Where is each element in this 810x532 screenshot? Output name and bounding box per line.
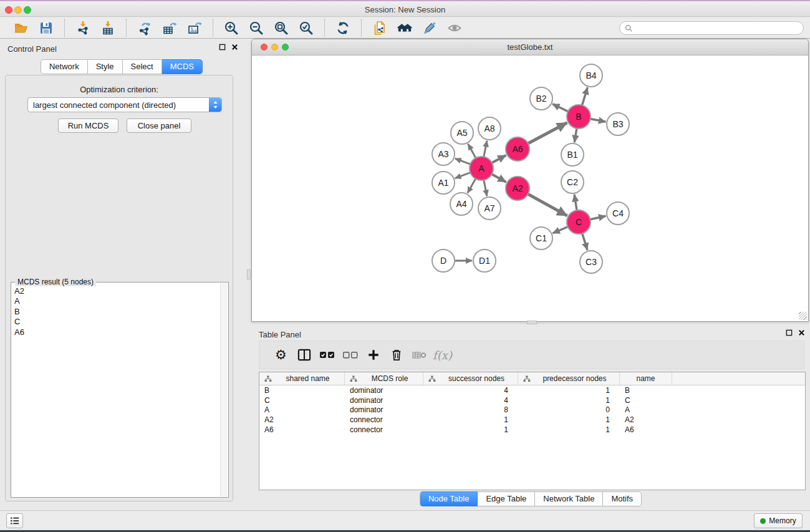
table-cell[interactable]: B — [259, 386, 345, 395]
table-import-icon[interactable] — [99, 19, 117, 37]
graph-node-label: A3 — [438, 149, 448, 159]
criterion-value: largest connected component (directed) — [28, 100, 209, 110]
tab-mcds[interactable]: MCDS — [162, 59, 203, 74]
table-row[interactable]: A2connector11A2 — [259, 415, 805, 425]
network-export-icon[interactable] — [135, 19, 154, 37]
unchecked-boxes-icon[interactable] — [339, 344, 362, 366]
table-cell[interactable]: 1 — [518, 425, 620, 434]
window-title: Session: New Session — [0, 5, 810, 14]
table-cell[interactable]: 4 — [423, 386, 518, 395]
vertical-splitter-handle[interactable] — [247, 269, 251, 279]
table-cell[interactable]: dominator — [345, 386, 423, 395]
result-item[interactable]: C — [12, 317, 220, 327]
gear-icon[interactable]: ⚙ — [269, 344, 292, 366]
checked-boxes-icon[interactable] — [316, 344, 339, 366]
table-cell[interactable]: A6 — [620, 425, 672, 434]
table-row[interactable]: Bdominator41B — [259, 385, 805, 395]
tab-network[interactable]: Network — [41, 59, 88, 74]
table-cell[interactable]: 1 — [518, 386, 620, 395]
float-table-panel-icon[interactable] — [786, 329, 793, 336]
table-cell[interactable]: B — [620, 386, 672, 395]
close-table-panel-icon[interactable] — [798, 329, 805, 336]
table-cell[interactable]: 1 — [518, 396, 620, 405]
tab-network-table[interactable]: Network Table — [535, 491, 603, 506]
table-panel: Table Panel ⚙ f(x) shared nameMCDS roles… — [251, 324, 810, 506]
table-cell[interactable]: connector — [345, 415, 423, 424]
table-export-icon[interactable] — [160, 19, 179, 37]
network-window: testGlobe.txt B4B2BB3A5A8A6B1A3AA1C2A2A4… — [251, 39, 809, 322]
tab-select[interactable]: Select — [123, 59, 162, 74]
floppy-save-icon[interactable] — [37, 19, 55, 37]
table-cell[interactable]: A — [620, 405, 672, 414]
folder-open-icon[interactable] — [12, 19, 31, 37]
add-column-plus-icon[interactable] — [362, 344, 385, 366]
close-panel-icon[interactable] — [231, 44, 238, 51]
column-header-successor-nodes[interactable]: successor nodes — [423, 372, 518, 385]
houses-icon[interactable] — [395, 19, 414, 37]
table-cell[interactable]: connector — [345, 425, 423, 434]
table-cell[interactable]: A — [259, 405, 345, 414]
table-row[interactable]: Adominator80A — [259, 405, 805, 415]
tab-edge-table[interactable]: Edge Table — [478, 491, 535, 506]
run-mcds-button[interactable]: Run MCDS — [58, 118, 118, 133]
graph-node-label: A6 — [512, 144, 523, 154]
zoom-in-icon[interactable] — [222, 19, 241, 37]
column-header-predecessor-nodes[interactable]: predecessor nodes — [518, 372, 620, 385]
mcds-panel: Optimization criterion: largest connecte… — [5, 75, 233, 501]
network-import-icon[interactable] — [74, 19, 92, 37]
graph-canvas[interactable]: B4B2BB3A5A8A6B1A3AA1C2A2A4A7C4CC1DD1C3 — [252, 56, 808, 321]
column-header-shared-name[interactable]: shared name — [259, 372, 345, 385]
network-window-titlebar[interactable]: testGlobe.txt — [252, 39, 808, 56]
table-cell[interactable]: 4 — [423, 396, 518, 405]
result-item[interactable]: A6 — [12, 327, 220, 337]
table-cell[interactable]: A6 — [259, 425, 345, 434]
status-bar: Memory — [0, 510, 810, 530]
table-cell[interactable]: 0 — [518, 405, 620, 414]
column-header-name[interactable]: name — [620, 372, 672, 385]
split-columns-icon[interactable] — [292, 344, 316, 366]
table-row[interactable]: A6connector11A6 — [259, 425, 805, 435]
search-box[interactable] — [619, 21, 804, 35]
column-header-MCDS-role[interactable]: MCDS role — [345, 372, 423, 385]
table-cell[interactable]: dominator — [345, 396, 423, 405]
table-cell[interactable]: 1 — [423, 415, 518, 424]
trash-icon[interactable] — [385, 344, 408, 366]
criterion-select[interactable]: largest connected component (directed) — [27, 97, 222, 112]
memory-button[interactable]: Memory — [754, 513, 803, 528]
close-panel-button[interactable]: Close panel — [127, 118, 191, 133]
table-cell[interactable]: 8 — [423, 405, 518, 414]
zoom-fit-icon[interactable] — [272, 19, 291, 37]
eye-icon[interactable] — [445, 19, 464, 37]
table-row[interactable]: Cdominator41C — [259, 395, 805, 405]
table-cell[interactable]: 1 — [518, 415, 620, 424]
table-cell[interactable]: C — [259, 396, 345, 405]
result-item[interactable]: B — [12, 307, 220, 317]
result-item[interactable]: A — [12, 296, 220, 306]
tab-style[interactable]: Style — [88, 59, 123, 74]
zoom-out-icon[interactable] — [247, 19, 266, 37]
task-history-button[interactable] — [6, 513, 23, 528]
function-builder-icon: f(x) — [431, 344, 454, 366]
graph-node-label: A5 — [456, 128, 467, 138]
image-export-icon[interactable] — [185, 19, 204, 37]
tab-node-table[interactable]: Node Table — [420, 491, 478, 506]
table-cell[interactable]: C — [620, 396, 672, 405]
table-cell[interactable]: A2 — [259, 415, 345, 424]
graph-node-label: A4 — [456, 199, 466, 209]
zoom-check-icon[interactable] — [297, 19, 316, 37]
result-scrollbar[interactable] — [220, 283, 228, 496]
tab-motifs[interactable]: Motifs — [603, 491, 642, 506]
resize-grip[interactable] — [799, 312, 807, 320]
pen-slash-icon[interactable] — [420, 19, 439, 37]
document-share-icon[interactable] — [370, 19, 389, 37]
table-cell[interactable]: A2 — [620, 415, 672, 424]
table-cell[interactable]: dominator — [345, 405, 423, 414]
float-panel-icon[interactable] — [219, 44, 226, 51]
mcds-result-title: MCDS result (5 nodes) — [15, 278, 96, 286]
result-item[interactable]: A2 — [12, 286, 220, 296]
refresh-icon[interactable] — [334, 19, 352, 37]
graph-node-label: B2 — [536, 94, 546, 104]
table-cell[interactable]: 1 — [423, 425, 518, 434]
search-input[interactable] — [636, 24, 798, 32]
graph-node-label: C — [576, 217, 582, 227]
